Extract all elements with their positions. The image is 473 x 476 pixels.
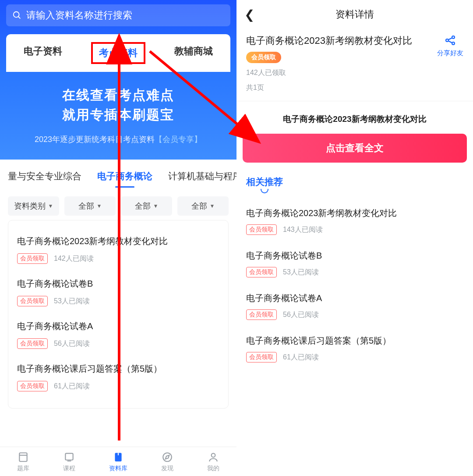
member-badge: 会员领取 bbox=[17, 338, 48, 349]
nav-discover[interactable]: 发现 bbox=[161, 451, 173, 472]
reads-count: 61人已阅读 bbox=[54, 382, 90, 391]
list-item[interactable]: 电子商务概论课后习题答案（第5版） 会员领取61人已阅读 bbox=[8, 357, 228, 399]
banner-line1: 在线查看考点难点 bbox=[9, 85, 228, 105]
filter-all-2[interactable]: 全部▼ bbox=[121, 196, 172, 216]
compass-icon bbox=[162, 451, 173, 463]
back-button[interactable]: ❮ bbox=[244, 7, 254, 22]
reads-count: 56人已阅读 bbox=[54, 339, 90, 348]
member-pill: 会员领取 bbox=[246, 52, 281, 63]
item-title: 电子商务概论试卷B bbox=[246, 250, 463, 262]
reads-count: 143人已阅读 bbox=[283, 225, 323, 234]
filter-bar: 资料类别▼ 全部▼ 全部▼ 全部▼ bbox=[0, 188, 236, 220]
banner-subtitle: 2023年逐步更新统考科目考点资料【会员专享】 bbox=[9, 134, 228, 145]
top-tabs: 电子资料 考点资料 教辅商城 bbox=[6, 34, 230, 72]
svg-line-12 bbox=[448, 38, 452, 40]
chevron-down-icon: ▼ bbox=[97, 203, 102, 209]
list-item[interactable]: 电子商务概论试卷B 会员领取53人已阅读 bbox=[8, 272, 228, 314]
svg-line-1 bbox=[18, 17, 21, 19]
svg-point-0 bbox=[14, 12, 19, 18]
subject-tabs[interactable]: 量与安全专业综合 电子商务概论 计算机基础与程序 bbox=[0, 160, 236, 188]
reads-count: 61人已阅读 bbox=[283, 353, 319, 362]
member-badge: 会员领取 bbox=[17, 296, 48, 306]
detail-title: 电子商务概论2023新考纲教材变化对比 bbox=[246, 34, 437, 47]
related-section: 相关推荐 bbox=[236, 163, 473, 191]
subject-tab-0[interactable]: 量与安全专业综合 bbox=[8, 170, 81, 182]
member-badge: 会员领取 bbox=[246, 352, 277, 362]
left-screen: 请输入资料名称进行搜索 电子资料 考点资料 教辅商城 在线查看考点难点 就用专插… bbox=[0, 0, 236, 476]
tab-store[interactable]: 教辅商城 bbox=[168, 42, 219, 64]
svg-rect-5 bbox=[118, 453, 119, 455]
list-item[interactable]: 电子商务概论试卷A 会员领取56人已阅读 bbox=[8, 314, 228, 357]
user-icon bbox=[208, 451, 219, 463]
member-badge: 会员领取 bbox=[17, 253, 48, 264]
right-screen: ❮ 资料详情 电子商务概论2023新考纲教材变化对比 会员领取 142人已领取 … bbox=[236, 0, 473, 476]
filter-all-3[interactable]: 全部▼ bbox=[177, 196, 229, 216]
book-icon bbox=[18, 451, 29, 463]
list-item[interactable]: 电子商务概论2023新考纲教材变化对比 会员领取142人已阅读 bbox=[8, 229, 228, 272]
page-title: 资料详情 bbox=[335, 8, 374, 21]
reads-count: 53人已阅读 bbox=[54, 297, 90, 306]
chevron-down-icon: ▼ bbox=[48, 203, 53, 209]
share-button[interactable]: 分享好友 bbox=[437, 34, 463, 57]
svg-marker-7 bbox=[166, 455, 169, 459]
list-item[interactable]: 电子商务概论课后习题答案（第5版） 会员领取61人已阅读 bbox=[246, 328, 463, 370]
bottom-nav: 题库 课程 资料库 发现 我的 bbox=[0, 447, 236, 476]
list-item[interactable]: 电子商务概论试卷A 会员领取56人已阅读 bbox=[246, 285, 463, 328]
search-icon bbox=[12, 11, 22, 20]
member-badge: 会员领取 bbox=[246, 267, 277, 277]
search-input[interactable]: 请输入资料名称进行搜索 bbox=[6, 4, 230, 26]
list-item[interactable]: 电子商务概论试卷B 会员领取53人已阅读 bbox=[246, 243, 463, 285]
filter-category[interactable]: 资料类别▼ bbox=[8, 196, 59, 216]
reads-count: 142人已阅读 bbox=[54, 254, 94, 263]
subject-tab-2[interactable]: 计算机基础与程序 bbox=[168, 170, 236, 182]
item-title: 电子商务概论课后习题答案（第5版） bbox=[17, 363, 219, 375]
tab-digital-materials[interactable]: 电子资料 bbox=[18, 42, 68, 64]
svg-rect-3 bbox=[65, 453, 73, 460]
card: 电子商务概论2023新考纲教材变化对比 会员领取142人已阅读 电子商务概论试卷… bbox=[8, 220, 229, 409]
subject-tab-1[interactable]: 电子商务概论 bbox=[97, 170, 152, 182]
member-badge: 会员领取 bbox=[246, 309, 277, 320]
filter-all-1[interactable]: 全部▼ bbox=[64, 196, 116, 216]
preview-title: 电子商务概论2023新考纲教材变化对比 bbox=[236, 101, 473, 134]
detail-panel: 电子商务概论2023新考纲教材变化对比 会员领取 142人已领取 共1页 分享好… bbox=[236, 28, 473, 101]
view-full-button[interactable]: 点击查看全文 bbox=[243, 134, 467, 163]
nav-courses[interactable]: 课程 bbox=[63, 451, 75, 472]
svg-point-6 bbox=[163, 453, 172, 462]
item-title: 电子商务概论试卷A bbox=[246, 292, 463, 304]
svg-line-13 bbox=[448, 41, 452, 43]
search-placeholder: 请输入资料名称进行搜索 bbox=[26, 9, 132, 22]
svg-point-8 bbox=[212, 453, 215, 457]
detail-header: ❮ 资料详情 bbox=[236, 0, 473, 28]
header-area: 请输入资料名称进行搜索 电子资料 考点资料 教辅商城 bbox=[0, 0, 236, 72]
chevron-down-icon: ▼ bbox=[210, 203, 215, 209]
page-count: 共1页 bbox=[246, 82, 437, 93]
svg-rect-2 bbox=[19, 453, 27, 462]
folder-icon bbox=[113, 451, 124, 463]
member-badge: 会员领取 bbox=[17, 381, 48, 391]
materials-list: 电子商务概论2023新考纲教材变化对比 会员领取142人已阅读 电子商务概论试卷… bbox=[0, 220, 236, 476]
tab-exam-materials[interactable]: 考点资料 bbox=[91, 42, 145, 64]
reads-count: 56人已阅读 bbox=[283, 310, 319, 320]
list-item[interactable]: 电子商务概论2023新考纲教材变化对比 会员领取143人已阅读 bbox=[246, 200, 463, 243]
item-title: 电子商务概论试卷B bbox=[17, 278, 219, 290]
banner-line2: 就用专插本刷题宝 bbox=[9, 105, 228, 124]
item-title: 电子商务概论课后习题答案（第5版） bbox=[246, 335, 463, 347]
received-count: 142人已领取 bbox=[246, 67, 437, 78]
item-title: 电子商务概论2023新考纲教材变化对比 bbox=[246, 207, 463, 219]
nav-question-bank[interactable]: 题库 bbox=[17, 451, 29, 472]
item-title: 电子商务概论2023新考纲教材变化对比 bbox=[17, 235, 219, 247]
related-list: 电子商务概论2023新考纲教材变化对比 会员领取143人已阅读 电子商务概论试卷… bbox=[236, 191, 473, 370]
reads-count: 53人已阅读 bbox=[283, 268, 319, 277]
nav-materials[interactable]: 资料库 bbox=[109, 451, 127, 472]
share-icon bbox=[444, 34, 456, 46]
related-title: 相关推荐 bbox=[246, 176, 283, 188]
course-icon bbox=[64, 451, 75, 463]
item-title: 电子商务概论试卷A bbox=[17, 320, 219, 332]
banner[interactable]: 在线查看考点难点 就用专插本刷题宝 2023年逐步更新统考科目考点资料【会员专享… bbox=[0, 72, 236, 160]
chevron-down-icon: ▼ bbox=[153, 203, 159, 209]
nav-mine[interactable]: 我的 bbox=[207, 451, 219, 472]
member-badge: 会员领取 bbox=[246, 224, 277, 235]
